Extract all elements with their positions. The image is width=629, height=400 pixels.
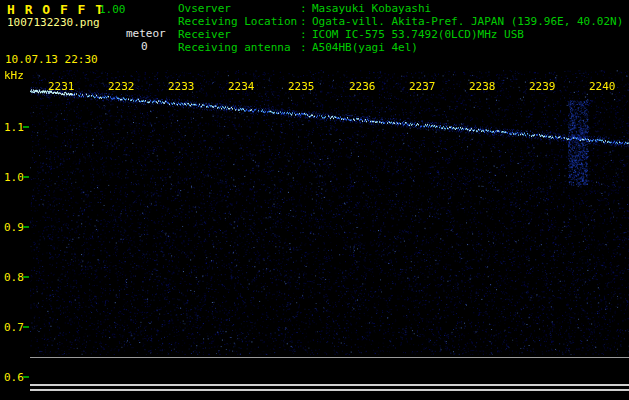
freq-axis-label: 0.7 — [4, 321, 24, 334]
info-row-observer: Ovserver:Masayuki Kobayashi — [178, 2, 623, 15]
station-info: Ovserver:Masayuki Kobayashi Receiving Lo… — [178, 2, 623, 54]
freq-tick — [23, 276, 29, 278]
freq-axis-unit: kHz — [4, 69, 24, 82]
info-colon: : — [300, 28, 312, 41]
meteor-count-value: 0 — [141, 40, 148, 53]
time-axis-label: 2231 — [48, 80, 75, 93]
info-value: A504HB(yagi 4el) — [312, 41, 418, 54]
info-row-antenna: Receiving antenna:A504HB(yagi 4el) — [178, 41, 623, 54]
freq-tick — [23, 226, 29, 228]
freq-axis-label: 1.0 — [4, 171, 24, 184]
info-label: Receiving antenna — [178, 41, 300, 54]
freq-tick — [23, 176, 29, 178]
freq-axis-label: 1.1 — [4, 121, 24, 134]
spectrogram-canvas — [30, 70, 629, 355]
signal-level-line — [30, 384, 629, 386]
time-axis-label: 2235 — [288, 80, 315, 93]
info-colon: : — [300, 2, 312, 15]
freq-axis-label: 0.8 — [4, 271, 24, 284]
freq-tick — [23, 326, 29, 328]
output-filename: 1007132230.png — [7, 16, 100, 29]
info-value: Ogata-vill. Akita-Pref. JAPAN (139.96E, … — [312, 15, 623, 28]
freq-tick — [23, 126, 29, 128]
timestamp: 10.07.13 22:30 — [5, 53, 98, 66]
meteor-count-label: meteor — [126, 27, 166, 40]
info-value: ICOM IC-575 53.7492(0LCD)MHz USB — [312, 28, 524, 41]
time-axis-label: 2240 — [589, 80, 616, 93]
app-title: H R O F F T — [7, 2, 104, 17]
info-row-receiver: Receiver:ICOM IC-575 53.7492(0LCD)MHz US… — [178, 28, 623, 41]
time-axis-label: 2232 — [108, 80, 135, 93]
freq-axis-label: 0.9 — [4, 221, 24, 234]
info-colon: : — [300, 41, 312, 54]
info-label: Receiving Location — [178, 15, 300, 28]
time-axis-label: 2238 — [469, 80, 496, 93]
app-version: 1.00 — [99, 3, 126, 16]
freq-axis-label: 0.6 — [4, 371, 24, 384]
time-axis-label: 2233 — [168, 80, 195, 93]
time-axis-label: 2236 — [349, 80, 376, 93]
signal-level-line — [30, 389, 629, 391]
info-row-location: Receiving Location:Ogata-vill. Akita-Pre… — [178, 15, 623, 28]
freq-tick — [23, 376, 29, 378]
info-colon: : — [300, 15, 312, 28]
hrofft-window: H R O F F T 1.00 1007132230.png meteor 0… — [0, 0, 629, 400]
info-value: Masayuki Kobayashi — [312, 2, 431, 15]
info-label: Ovserver — [178, 2, 300, 15]
time-axis-label: 2239 — [529, 80, 556, 93]
signal-level-line — [30, 357, 629, 358]
time-axis-label: 2237 — [409, 80, 436, 93]
info-label: Receiver — [178, 28, 300, 41]
time-axis-label: 2234 — [228, 80, 255, 93]
